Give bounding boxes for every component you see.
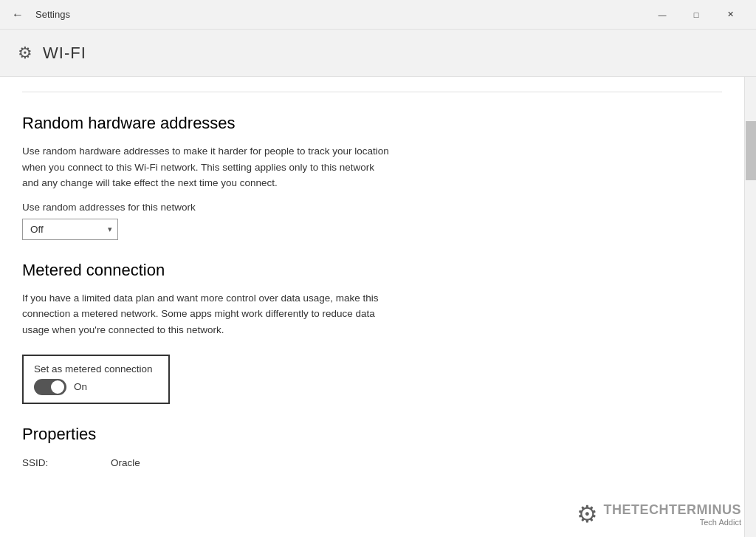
wifi-settings-icon: ⚙ (18, 44, 32, 63)
metered-connection-toggle[interactable] (34, 379, 66, 395)
window-title: Settings (35, 9, 70, 20)
watermark-text: THETECHTERMINUS Tech Addict (604, 502, 742, 527)
watermark-brand: THETECHTERMINUS (604, 502, 742, 518)
metered-toggle-label: Set as metered connection (34, 363, 158, 374)
metered-toggle-box: Set as metered connection On (22, 355, 170, 404)
random-hardware-title: Random hardware addresses (22, 114, 722, 133)
random-hardware-description: Use random hardware addresses to make it… (22, 143, 391, 191)
content-wrapper: Random hardware addresses Use random har… (0, 77, 756, 537)
window: ← Settings — □ ✕ ⚙ WI-FI Random hardware… (0, 0, 756, 537)
random-address-dropdown[interactable]: Off On Change daily (22, 219, 118, 240)
window-controls: — □ ✕ (645, 3, 747, 27)
toggle-knob (51, 380, 64, 394)
properties-title: Properties (22, 425, 722, 444)
back-button[interactable]: ← (9, 6, 27, 24)
maximize-button[interactable]: □ (679, 3, 713, 27)
content-area: Random hardware addresses Use random har… (0, 77, 744, 537)
scroll-top-indicator (22, 92, 722, 99)
ssid-row: SSID: Oracle (22, 454, 722, 471)
metered-connection-section: Metered connection If you have a limited… (22, 261, 722, 404)
watermark-sub: Tech Addict (604, 518, 742, 527)
page-title: WI-FI (43, 44, 86, 63)
metered-connection-description: If you have a limited data plan and want… (22, 290, 391, 338)
title-bar-left: ← Settings (9, 6, 645, 24)
page-header: ⚙ WI-FI (0, 30, 756, 77)
random-address-dropdown-wrapper: Off On Change daily ▾ (22, 219, 118, 240)
ssid-value: Oracle (111, 457, 140, 468)
watermark: ⚙ THETECHTERMINUS Tech Addict (577, 500, 742, 528)
ssid-label: SSID: (22, 457, 96, 468)
properties-section: Properties SSID: Oracle (22, 425, 722, 471)
metered-connection-title: Metered connection (22, 261, 722, 280)
toggle-row: On (34, 379, 158, 395)
random-hardware-section: Random hardware addresses Use random har… (22, 114, 722, 240)
dropdown-label: Use random addresses for this network (22, 202, 722, 213)
scrollbar-thumb[interactable] (746, 121, 756, 180)
close-button[interactable]: ✕ (713, 3, 747, 27)
scrollbar[interactable] (744, 77, 756, 537)
minimize-button[interactable]: — (645, 3, 679, 27)
title-bar: ← Settings — □ ✕ (0, 0, 756, 30)
watermark-gear-icon: ⚙ (577, 500, 598, 528)
toggle-state-text: On (74, 381, 87, 392)
